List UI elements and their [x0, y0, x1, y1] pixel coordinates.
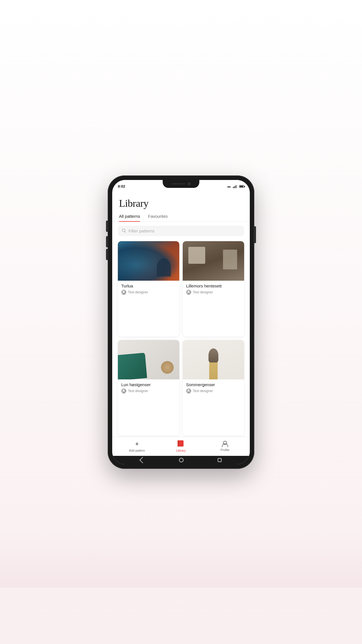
pattern-designer-lillemors: Test designer — [186, 290, 241, 295]
svg-point-3 — [188, 291, 189, 293]
designer-avatar-turlua — [121, 290, 126, 295]
app-content: Library All patterns Favourites Filter p… — [112, 191, 250, 464]
phone-frame: 8:02 — [108, 175, 254, 469]
pattern-designer-sommer: Test designer — [186, 388, 241, 394]
recents-button[interactable] — [218, 458, 222, 462]
phone-notch — [163, 180, 199, 188]
pattern-image-sommer — [183, 340, 244, 379]
search-placeholder[interactable]: Filter patterns — [129, 228, 154, 233]
patterns-grid: Turlua Test designer Lillemors hentesett — [112, 240, 250, 437]
nav-library[interactable]: Library — [171, 440, 191, 452]
home-indicator — [112, 456, 250, 464]
pattern-name-lillemors: Lillemors hentesett — [186, 283, 241, 288]
status-icons — [227, 185, 244, 188]
designer-name-sommer: Test designer — [193, 389, 213, 393]
tab-all-patterns[interactable]: All patterns — [119, 214, 140, 221]
back-button[interactable] — [140, 457, 146, 463]
pattern-name-lun: Lun høstgenser — [121, 382, 176, 387]
wifi-icon — [227, 185, 231, 188]
nav-add-pattern[interactable]: + Add pattern — [127, 440, 147, 452]
pattern-designer-lun: Test designer — [121, 388, 176, 394]
search-input-wrapper[interactable]: Filter patterns — [118, 226, 244, 236]
pattern-info-lun: Lun høstgenser Test designer — [118, 379, 179, 397]
nav-add-label: Add pattern — [129, 449, 145, 452]
add-icon: + — [135, 440, 139, 448]
designer-name-turlua: Test designer — [128, 290, 148, 294]
search-container: Filter patterns — [112, 222, 250, 240]
camera — [188, 183, 191, 185]
pattern-name-sommer: Sommergenser — [186, 382, 241, 387]
pattern-info-turlua: Turlua Test designer — [118, 281, 179, 298]
pattern-card-sommer[interactable]: Sommergenser Test designer — [183, 340, 244, 436]
library-icon — [178, 440, 184, 448]
pattern-info-sommer: Sommergenser Test designer — [183, 379, 244, 397]
home-button[interactable] — [179, 458, 184, 462]
tabs-container: All patterns Favourites — [112, 209, 250, 222]
app-header: Library — [112, 191, 250, 209]
nav-profile[interactable]: Profile — [215, 441, 235, 452]
status-time: 8:02 — [118, 184, 125, 188]
pattern-card-lillemors[interactable]: Lillemors hentesett Test designer — [183, 241, 244, 337]
phone-screen: 8:02 — [112, 180, 250, 464]
svg-point-4 — [123, 390, 125, 391]
pattern-designer-turlua: Test designer — [121, 290, 176, 295]
pattern-card-turlua[interactable]: Turlua Test designer — [118, 241, 179, 337]
page-title: Library — [119, 197, 243, 209]
designer-avatar-sommer — [186, 388, 191, 394]
designer-name-lun: Test designer — [128, 389, 148, 393]
svg-point-2 — [123, 291, 125, 293]
designer-avatar-lillemors — [186, 290, 191, 295]
pattern-image-turlua — [118, 241, 179, 281]
designer-avatar-lun — [121, 388, 126, 394]
nav-profile-label: Profile — [220, 448, 229, 452]
designer-name-lillemors: Test designer — [193, 290, 213, 294]
nav-library-label: Library — [176, 449, 186, 452]
pattern-info-lillemors: Lillemors hentesett Test designer — [183, 281, 244, 298]
profile-icon — [222, 441, 228, 447]
bottom-nav: + Add pattern Library Profile — [112, 437, 250, 456]
battery-icon — [239, 185, 244, 188]
speaker — [171, 183, 186, 184]
pattern-image-lun — [118, 340, 179, 379]
pattern-name-turlua: Turlua — [121, 283, 176, 288]
svg-point-5 — [188, 390, 189, 391]
tab-favourites[interactable]: Favourites — [148, 214, 168, 221]
svg-line-1 — [125, 232, 126, 233]
pattern-image-lillemors — [183, 241, 244, 281]
pattern-card-lun[interactable]: Lun høstgenser Test designer — [118, 340, 179, 436]
search-icon — [122, 228, 126, 233]
signal-icon — [233, 185, 238, 188]
